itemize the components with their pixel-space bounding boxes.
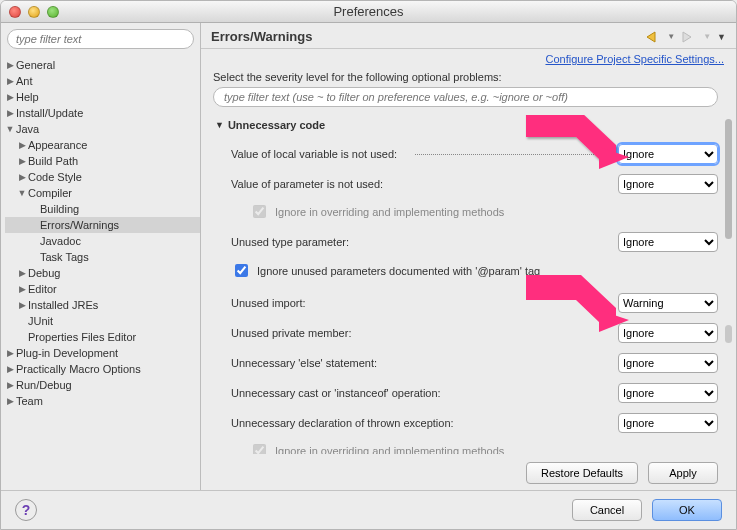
chevron-right-icon[interactable]: ▶ bbox=[5, 393, 15, 409]
chevron-right-icon[interactable]: ▶ bbox=[17, 169, 27, 185]
row-parameter-unused: Value of parameter is not used: IgnoreWa… bbox=[213, 169, 718, 199]
ok-button[interactable]: OK bbox=[652, 499, 722, 521]
tree-item-editor[interactable]: ▶Editor bbox=[5, 281, 200, 297]
sidebar-filter-input[interactable] bbox=[7, 29, 194, 49]
tree-item-javadoc[interactable]: Javadoc bbox=[5, 233, 200, 249]
connector-line bbox=[415, 154, 600, 155]
tree-item-label: Building bbox=[39, 201, 79, 217]
tree-item-label: Help bbox=[15, 89, 39, 105]
tree-item-errors-warnings[interactable]: Errors/Warnings bbox=[5, 217, 200, 233]
tree-item-help[interactable]: ▶Help bbox=[5, 89, 200, 105]
checkbox-ignore-param-tag[interactable] bbox=[235, 264, 248, 277]
tree-item-label: Build Path bbox=[27, 153, 78, 169]
chevron-right-icon[interactable]: ▶ bbox=[5, 361, 15, 377]
section-unnecessary-code[interactable]: ▼ Unnecessary code bbox=[215, 119, 718, 131]
row-label: Unused type parameter: bbox=[231, 236, 608, 248]
row-label: Unused import: bbox=[231, 297, 608, 309]
section-label: Unnecessary code bbox=[228, 119, 325, 131]
apply-button[interactable]: Apply bbox=[648, 462, 718, 484]
tree-item-label: Compiler bbox=[27, 185, 72, 201]
row-unused-private-member: Unused private member: IgnoreWarningErro… bbox=[213, 318, 718, 348]
chevron-right-icon[interactable]: ▶ bbox=[5, 377, 15, 393]
help-icon[interactable]: ? bbox=[15, 499, 37, 521]
tree-item-label: Errors/Warnings bbox=[39, 217, 119, 233]
tree-item-run-debug[interactable]: ▶Run/Debug bbox=[5, 377, 200, 393]
chevron-down-icon[interactable]: ▼ bbox=[17, 185, 27, 201]
tree-item-label: Code Style bbox=[27, 169, 82, 185]
combo-parameter-unused[interactable]: IgnoreWarningError bbox=[618, 174, 718, 194]
row-label: Value of parameter is not used: bbox=[231, 178, 608, 190]
tree-item-label: Appearance bbox=[27, 137, 87, 153]
scrollbar-thumb[interactable] bbox=[725, 119, 732, 239]
sub-label: Ignore in overriding and implementing me… bbox=[275, 206, 504, 218]
chevron-right-icon[interactable]: ▶ bbox=[5, 73, 15, 89]
row-unnecessary-else: Unnecessary 'else' statement: IgnoreWarn… bbox=[213, 348, 718, 378]
combo-unnecessary-thrown-exception[interactable]: IgnoreWarningError bbox=[618, 413, 718, 433]
titlebar: Preferences bbox=[1, 1, 736, 23]
tree-item-label: JUnit bbox=[27, 313, 53, 329]
chevron-right-icon[interactable]: ▶ bbox=[5, 89, 15, 105]
scrollbar[interactable] bbox=[720, 115, 734, 454]
problems-filter-input[interactable] bbox=[213, 87, 718, 107]
tree-item-label: Install/Update bbox=[15, 105, 83, 121]
preferences-tree[interactable]: ▶General▶Ant▶Help▶Install/Update▼Java▶Ap… bbox=[1, 55, 200, 490]
combo-unused-type-parameter[interactable]: IgnoreWarningError bbox=[618, 232, 718, 252]
checkbox-label: Ignore unused parameters documented with… bbox=[257, 265, 540, 277]
back-icon[interactable] bbox=[645, 31, 661, 43]
chevron-right-icon[interactable]: ▶ bbox=[5, 105, 15, 121]
sidebar: ▶General▶Ant▶Help▶Install/Update▼Java▶Ap… bbox=[1, 23, 201, 490]
tree-item-ant[interactable]: ▶Ant bbox=[5, 73, 200, 89]
tree-item-label: Ant bbox=[15, 73, 33, 89]
combo-local-variable-unused[interactable]: IgnoreWarningError bbox=[618, 144, 718, 164]
cancel-button[interactable]: Cancel bbox=[572, 499, 642, 521]
checkbox-ignore-overriding-1 bbox=[253, 205, 266, 218]
tree-item-general[interactable]: ▶General bbox=[5, 57, 200, 73]
combo-unnecessary-cast[interactable]: IgnoreWarningError bbox=[618, 383, 718, 403]
tree-item-label: Team bbox=[15, 393, 43, 409]
combo-unused-private-member[interactable]: IgnoreWarningError bbox=[618, 323, 718, 343]
tree-item-label: General bbox=[15, 57, 55, 73]
tree-item-compiler[interactable]: ▼Compiler bbox=[5, 185, 200, 201]
configure-project-link[interactable]: Configure Project Specific Settings... bbox=[201, 53, 736, 71]
tree-item-building[interactable]: Building bbox=[5, 201, 200, 217]
page-title: Errors/Warnings bbox=[211, 29, 312, 44]
row-ignore-param-tag: Ignore unused parameters documented with… bbox=[213, 257, 718, 288]
settings-scroll[interactable]: ▼ Unnecessary code Value of local variab… bbox=[201, 115, 736, 454]
chevron-right-icon[interactable]: ▶ bbox=[17, 297, 27, 313]
tree-item-properties-files-editor[interactable]: Properties Files Editor bbox=[5, 329, 200, 345]
chevron-right-icon[interactable]: ▶ bbox=[17, 281, 27, 297]
tree-item-installed-jres[interactable]: ▶Installed JREs bbox=[5, 297, 200, 313]
chevron-right-icon[interactable]: ▶ bbox=[17, 265, 27, 281]
combo-unused-import[interactable]: IgnoreWarningError bbox=[618, 293, 718, 313]
forward-icon[interactable] bbox=[681, 31, 697, 43]
tree-item-install-update[interactable]: ▶Install/Update bbox=[5, 105, 200, 121]
instruction-text: Select the severity level for the follow… bbox=[201, 71, 736, 87]
dropdown-icon[interactable]: ▼ bbox=[703, 32, 711, 41]
restore-defaults-button[interactable]: Restore Defaults bbox=[526, 462, 638, 484]
chevron-right-icon[interactable]: ▶ bbox=[17, 137, 27, 153]
chevron-right-icon[interactable]: ▶ bbox=[17, 153, 27, 169]
tree-item-debug[interactable]: ▶Debug bbox=[5, 265, 200, 281]
tree-item-code-style[interactable]: ▶Code Style bbox=[5, 169, 200, 185]
svg-marker-0 bbox=[647, 32, 655, 42]
tree-item-team[interactable]: ▶Team bbox=[5, 393, 200, 409]
row-unused-type-parameter: Unused type parameter: IgnoreWarningErro… bbox=[213, 227, 718, 257]
row-label: Unused private member: bbox=[231, 327, 608, 339]
menu-dropdown-icon[interactable]: ▼ bbox=[717, 32, 726, 42]
tree-item-appearance[interactable]: ▶Appearance bbox=[5, 137, 200, 153]
scrollbar-thumb[interactable] bbox=[725, 325, 732, 343]
tree-item-task-tags[interactable]: Task Tags bbox=[5, 249, 200, 265]
tree-item-java[interactable]: ▼Java bbox=[5, 121, 200, 137]
row-local-variable-unused: Value of local variable is not used: Ign… bbox=[213, 139, 718, 169]
chevron-right-icon[interactable]: ▶ bbox=[5, 57, 15, 73]
tree-item-practically-macro-options[interactable]: ▶Practically Macro Options bbox=[5, 361, 200, 377]
tree-item-plug-in-development[interactable]: ▶Plug-in Development bbox=[5, 345, 200, 361]
main-panel: Errors/Warnings ▼ ▼ ▼ Configure Project … bbox=[201, 23, 736, 490]
chevron-down-icon[interactable]: ▼ bbox=[5, 121, 15, 137]
row-unnecessary-thrown-exception: Unnecessary declaration of thrown except… bbox=[213, 408, 718, 438]
dropdown-icon[interactable]: ▼ bbox=[667, 32, 675, 41]
tree-item-build-path[interactable]: ▶Build Path bbox=[5, 153, 200, 169]
tree-item-junit[interactable]: JUnit bbox=[5, 313, 200, 329]
chevron-right-icon[interactable]: ▶ bbox=[5, 345, 15, 361]
combo-unnecessary-else[interactable]: IgnoreWarningError bbox=[618, 353, 718, 373]
